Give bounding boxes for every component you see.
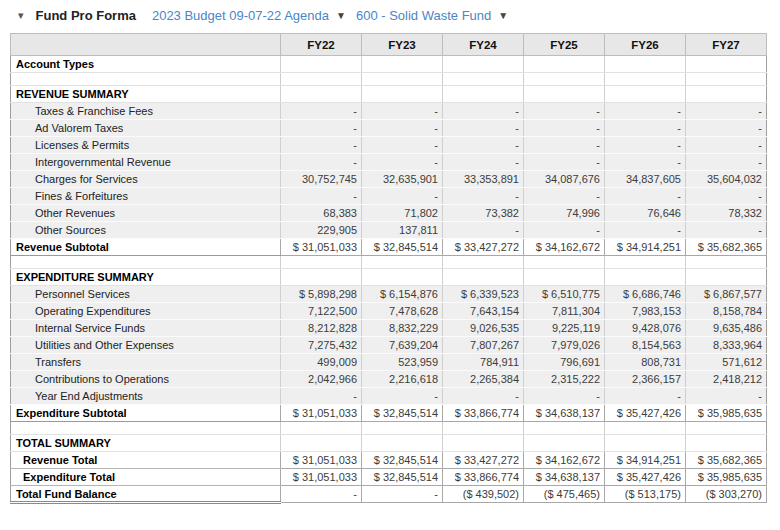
cell-fy22: - — [281, 120, 362, 137]
cell-fy25: $ 34,638,137 — [524, 405, 605, 422]
row-label: Other Sources — [11, 222, 281, 239]
table-row: EXPENDITURE SUMMARY — [11, 269, 767, 286]
cell-fy22: - — [281, 188, 362, 205]
cell-fy22: 8,212,828 — [281, 320, 362, 337]
cell-fy26: 2,366,157 — [605, 371, 686, 388]
budget-version-dropdown-label: 2023 Budget 09-07-22 Agenda — [152, 8, 329, 23]
table-row: Other Revenues68,38371,80273,38274,99676… — [11, 205, 767, 222]
cell-fy25: 34,087,676 — [524, 171, 605, 188]
cell-fy26: 808,731 — [605, 354, 686, 371]
row-label: Year End Adjustments — [11, 388, 281, 405]
row-label: Ad Valorem Taxes — [11, 120, 281, 137]
row-label: Licenses & Permits — [11, 137, 281, 154]
cell-fy22: 68,383 — [281, 205, 362, 222]
row-label: TOTAL SUMMARY — [11, 435, 281, 452]
table-row: TOTAL SUMMARY — [11, 435, 767, 452]
cell-fy22: 7,275,432 — [281, 337, 362, 354]
cell-fy25: $ 34,638,137 — [524, 469, 605, 486]
row-label: Internal Service Funds — [11, 320, 281, 337]
cell-fy22 — [281, 86, 362, 103]
cell-fy25: - — [524, 137, 605, 154]
cell-fy27: - — [686, 388, 767, 405]
cell-fy22: $ 5,898,298 — [281, 286, 362, 303]
cell-fy22: $ 31,051,033 — [281, 239, 362, 256]
cell-fy25: 74,996 — [524, 205, 605, 222]
table-row: Expenditure Subtotal$ 31,051,033$ 32,845… — [11, 405, 767, 422]
row-label: Personnel Services — [11, 286, 281, 303]
cell-fy26: 7,983,153 — [605, 303, 686, 320]
cell-fy25: - — [524, 188, 605, 205]
cell-fy26: 76,646 — [605, 205, 686, 222]
cell-fy27 — [686, 73, 767, 86]
row-label: Revenue Subtotal — [11, 239, 281, 256]
page-title: Fund Pro Forma — [36, 8, 136, 23]
row-label: EXPENDITURE SUMMARY — [11, 269, 281, 286]
cell-fy23: 8,832,229 — [362, 320, 443, 337]
cell-fy23: - — [362, 486, 443, 503]
cell-fy26: - — [605, 154, 686, 171]
cell-fy23: 2,216,618 — [362, 371, 443, 388]
row-label: Account Types — [11, 56, 281, 73]
cell-fy27: 571,612 — [686, 354, 767, 371]
cell-fy24: $ 33,427,272 — [443, 239, 524, 256]
cell-fy24: $ 6,339,523 — [443, 286, 524, 303]
cell-fy22: - — [281, 154, 362, 171]
table-row: REVENUE SUMMARY — [11, 86, 767, 103]
cell-fy25: - — [524, 154, 605, 171]
table-row: Personnel Services$ 5,898,298$ 6,154,876… — [11, 286, 767, 303]
cell-fy23: 32,635,901 — [362, 171, 443, 188]
cell-fy24 — [443, 269, 524, 286]
row-label: Taxes & Franchise Fees — [11, 103, 281, 120]
cell-fy26 — [605, 73, 686, 86]
row-label: Revenue Total — [11, 452, 281, 469]
table-row: Licenses & Permits------ — [11, 137, 767, 154]
cell-fy22 — [281, 269, 362, 286]
cell-fy27: ($ 303,270) — [686, 486, 767, 503]
table-row: Year End Adjustments------ — [11, 388, 767, 405]
cell-fy26: 34,837,605 — [605, 171, 686, 188]
cell-fy26: - — [605, 222, 686, 239]
cell-fy25: - — [524, 103, 605, 120]
cell-fy26: - — [605, 103, 686, 120]
cell-fy24: - — [443, 222, 524, 239]
table-row: Fines & Forfeitures------ — [11, 188, 767, 205]
cell-fy26: $ 34,914,251 — [605, 452, 686, 469]
cell-fy27 — [686, 56, 767, 73]
cell-fy27: $ 35,985,635 — [686, 405, 767, 422]
budget-version-dropdown[interactable]: 2023 Budget 09-07-22 Agenda ▼ — [152, 8, 346, 23]
cell-fy22: 30,752,745 — [281, 171, 362, 188]
row-label: Fines & Forfeitures — [11, 188, 281, 205]
cell-fy23: 7,478,628 — [362, 303, 443, 320]
cell-fy22 — [281, 56, 362, 73]
table-row: Charges for Services30,752,74532,635,901… — [11, 171, 767, 188]
cell-fy24: 33,353,891 — [443, 171, 524, 188]
row-label: Transfers — [11, 354, 281, 371]
cell-fy25: - — [524, 388, 605, 405]
table-row: Operating Expenditures7,122,5007,478,628… — [11, 303, 767, 320]
table-row: Revenue Total$ 31,051,033$ 32,845,514$ 3… — [11, 452, 767, 469]
cell-fy22: - — [281, 103, 362, 120]
cell-fy26: 8,154,563 — [605, 337, 686, 354]
cell-fy22 — [281, 73, 362, 86]
table-row: Transfers499,009523,959784,911796,691808… — [11, 354, 767, 371]
cell-fy26: ($ 513,175) — [605, 486, 686, 503]
cell-fy23: $ 32,845,514 — [362, 405, 443, 422]
cell-fy26 — [605, 56, 686, 73]
cell-fy27: $ 35,985,635 — [686, 469, 767, 486]
fund-dropdown[interactable]: 600 - Solid Waste Fund ▼ — [356, 8, 508, 23]
cell-fy27: - — [686, 154, 767, 171]
collapse-caret-icon[interactable]: ▾ — [18, 10, 24, 21]
cell-fy26 — [605, 422, 686, 435]
col-header-fy22: FY22 — [281, 34, 362, 56]
row-label: Expenditure Total — [11, 469, 281, 486]
row-label: REVENUE SUMMARY — [11, 86, 281, 103]
cell-fy22: 2,042,966 — [281, 371, 362, 388]
cell-fy27: - — [686, 222, 767, 239]
cell-fy24 — [443, 86, 524, 103]
cell-fy24 — [443, 422, 524, 435]
cell-fy25: ($ 475,465) — [524, 486, 605, 503]
cell-fy27: 9,635,486 — [686, 320, 767, 337]
cell-fy27: 35,604,032 — [686, 171, 767, 188]
table-row: Expenditure Total$ 31,051,033$ 32,845,51… — [11, 469, 767, 486]
cell-fy25: - — [524, 222, 605, 239]
